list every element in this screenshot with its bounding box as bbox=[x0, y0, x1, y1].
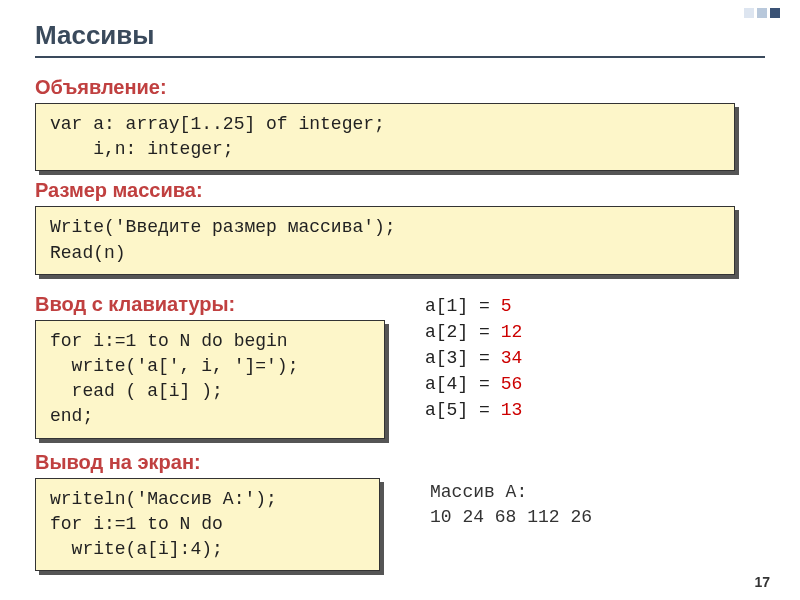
array-index-label: a[2] = bbox=[425, 322, 501, 342]
array-index-value: 5 bbox=[501, 296, 512, 316]
page-number: 17 bbox=[754, 574, 770, 590]
screen-output: Массив A: 10 24 68 112 26 bbox=[430, 480, 765, 530]
code-declaration: var a: array[1..25] of integer; i,n: int… bbox=[35, 103, 735, 171]
code-output: writeln('Массив A:'); for i:=1 to N do w… bbox=[35, 478, 380, 572]
section-declaration-label: Объявление: bbox=[35, 76, 765, 99]
array-index-label: a[1] = bbox=[425, 296, 501, 316]
array-value-row: a[5] = 13 bbox=[425, 397, 765, 423]
screen-output-values: 10 24 68 112 26 bbox=[430, 505, 765, 530]
section-size-label: Размер массива: bbox=[35, 179, 765, 202]
array-value-row: a[4] = 56 bbox=[425, 371, 765, 397]
array-index-label: a[3] = bbox=[425, 348, 501, 368]
corner-decoration bbox=[744, 8, 780, 18]
array-value-row: a[1] = 5 bbox=[425, 293, 765, 319]
array-value-row: a[2] = 12 bbox=[425, 319, 765, 345]
array-value-row: a[3] = 34 bbox=[425, 345, 765, 371]
page-title: Массивы bbox=[35, 20, 765, 58]
array-index-value: 12 bbox=[501, 322, 523, 342]
section-output-label: Вывод на экран: bbox=[35, 451, 385, 474]
array-index-value: 34 bbox=[501, 348, 523, 368]
array-index-value: 13 bbox=[501, 400, 523, 420]
array-index-label: a[5] = bbox=[425, 400, 501, 420]
array-index-label: a[4] = bbox=[425, 374, 501, 394]
section-input-label: Ввод с клавиатуры: bbox=[35, 293, 385, 316]
array-input-values: a[1] = 5a[2] = 12a[3] = 34a[4] = 56a[5] … bbox=[425, 293, 765, 423]
screen-output-title: Массив A: bbox=[430, 480, 765, 505]
code-size: Write('Введите размер массива'); Read(n) bbox=[35, 206, 735, 274]
code-input: for i:=1 to N do begin write('a[', i, ']… bbox=[35, 320, 385, 439]
array-index-value: 56 bbox=[501, 374, 523, 394]
